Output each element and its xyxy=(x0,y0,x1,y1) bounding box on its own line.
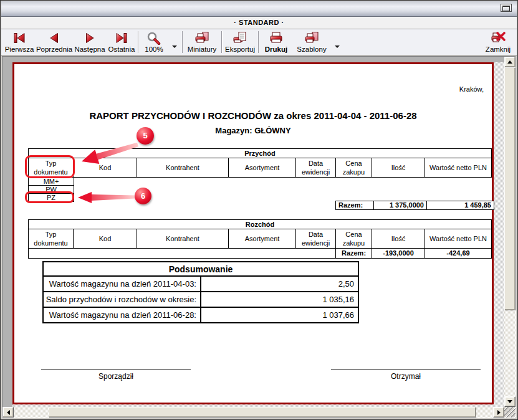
col-header: Cena zakupu xyxy=(336,158,372,178)
col-header: Asortyment xyxy=(229,158,296,178)
last-page-button[interactable]: Ostatnia xyxy=(107,29,137,55)
down-arrow-icon xyxy=(507,400,512,406)
col-header: Kontrahent xyxy=(137,158,229,178)
total-label: Razem: xyxy=(336,249,372,258)
toolbar-separator xyxy=(221,31,222,53)
col-header: Data ewidencji xyxy=(296,229,336,249)
summary-value: 1 037,66 xyxy=(201,307,358,323)
export-icon xyxy=(232,31,248,45)
horizontal-scrollbar[interactable] xyxy=(2,407,504,418)
highlight-typ-dokumentu xyxy=(25,155,75,178)
printer-icon xyxy=(268,31,284,45)
total-quantity: -193,0000 xyxy=(372,249,425,258)
callout-arrow-6 xyxy=(74,190,139,204)
col-header: Kontrahent xyxy=(137,229,229,249)
right-arrow-icon xyxy=(497,410,503,415)
preview-window: · STANDARD · Pierwsza Poprzednia Następn… xyxy=(0,0,518,420)
thumbnails-button[interactable]: Miniatury xyxy=(184,29,220,55)
scroll-left-button[interactable] xyxy=(2,407,14,418)
income-total-row: Razem: 1 375,0000 1 459,85 xyxy=(335,201,494,210)
summary-value: 2,50 xyxy=(201,276,358,292)
summary-label: Saldo przychodów i rozchodów w okresie: xyxy=(43,292,201,307)
highlight-pz xyxy=(25,191,74,203)
doc-type-row: MM+ xyxy=(28,177,74,186)
page-margin-left xyxy=(2,57,12,407)
horizontal-scroll-thumb[interactable] xyxy=(49,407,476,418)
col-header: Kod xyxy=(74,229,137,249)
col-header: Data ewidencji xyxy=(296,158,336,178)
zoom-dropdown-caret[interactable] xyxy=(172,45,177,48)
col-header: Ilość xyxy=(372,158,425,178)
signature-received: Otrzymał xyxy=(331,370,481,381)
export-button[interactable]: Eksportuj xyxy=(223,29,257,55)
magnifier-icon xyxy=(146,31,162,45)
callout-badge-5: 5 xyxy=(137,127,154,145)
zoom-button[interactable]: 100% xyxy=(140,29,168,55)
previous-page-icon xyxy=(47,31,62,45)
template-name-band: · STANDARD · xyxy=(1,17,517,29)
left-arrow-icon xyxy=(4,410,10,415)
summary-table: Podsumowanie Wartość magazynu na dzień 2… xyxy=(42,261,359,323)
toolbar-separator xyxy=(258,31,259,53)
col-header: Asortyment xyxy=(229,229,296,249)
total-value: 1 459,85 xyxy=(426,201,494,210)
summary-label: Wartość magazynu na dzień 2011-04-03: xyxy=(43,276,201,292)
templates-dropdown-caret[interactable] xyxy=(335,45,340,48)
col-header: Cena zakupu xyxy=(336,229,372,249)
preview-canvas[interactable]: Kraków, RAPORT PRZYCHODÓW I ROZCHODÓW za… xyxy=(2,57,504,407)
total-label: Razem: xyxy=(335,201,374,210)
close-button[interactable]: Zamknij xyxy=(481,29,515,55)
templates-icon xyxy=(304,31,320,45)
city-line: Kraków, xyxy=(459,85,484,93)
scroll-right-button[interactable] xyxy=(493,407,504,418)
next-page-icon xyxy=(82,31,97,45)
scroll-down-button[interactable] xyxy=(504,396,516,407)
total-quantity: 1 375,0000 xyxy=(373,201,427,210)
vertical-scroll-thumb[interactable] xyxy=(504,67,516,310)
thumbnails-icon xyxy=(194,31,210,45)
col-header: Ilość xyxy=(372,229,425,249)
next-page-button[interactable]: Następna xyxy=(73,29,107,55)
up-arrow-icon xyxy=(507,58,512,64)
print-button[interactable]: Drukuj xyxy=(260,29,292,55)
col-header: Wartość netto PLN xyxy=(425,229,492,249)
last-page-icon xyxy=(114,31,129,45)
close-icon xyxy=(490,31,506,45)
title-bar[interactable] xyxy=(1,1,517,17)
toolbar-separator xyxy=(182,31,183,53)
outcome-table: Rozchód Typ dokumentu Kod Kontrahent Aso… xyxy=(28,219,492,259)
page-margin-top xyxy=(2,57,504,62)
col-header: Wartość netto PLN xyxy=(425,158,492,178)
total-value: -424,69 xyxy=(425,249,492,258)
toolbar-separator xyxy=(138,31,138,53)
previous-page-button[interactable]: Poprzednia xyxy=(36,29,73,55)
outcome-table-title: Rozchód xyxy=(29,220,492,229)
scroll-up-button[interactable] xyxy=(504,57,516,67)
summary-label: Wartość magazynu na dzień 2011-06-28: xyxy=(43,307,201,323)
report-page: Kraków, RAPORT PRZYCHODÓW I ROZCHODÓW za… xyxy=(12,62,494,404)
signature-prepared: Sporządził xyxy=(41,370,191,381)
preview-panel: Kraków, RAPORT PRZYCHODÓW I ROZCHODÓW za… xyxy=(2,56,516,418)
window-collapse-button[interactable] xyxy=(501,4,512,12)
callout-arrow-5 xyxy=(77,130,145,166)
templates-button[interactable]: Szablony xyxy=(292,29,331,55)
report-title: RAPORT PRZYCHODÓW I ROZCHODÓW za okres 2… xyxy=(14,110,492,121)
first-page-icon xyxy=(12,31,27,45)
collapse-icon xyxy=(502,6,510,11)
toolbar: Pierwsza Poprzednia Następna Ostatnia 10… xyxy=(1,29,517,55)
col-header: Typ dokumentu xyxy=(29,229,74,249)
resize-grip[interactable] xyxy=(504,407,516,418)
summary-title: Podsumowanie xyxy=(43,262,358,276)
toolbar-spacer xyxy=(343,29,481,55)
vertical-scrollbar[interactable] xyxy=(504,57,516,407)
first-page-button[interactable]: Pierwsza xyxy=(3,29,36,55)
summary-value: 1 035,16 xyxy=(201,292,358,307)
empty-cell xyxy=(29,249,336,258)
callout-badge-6: 6 xyxy=(135,188,151,204)
